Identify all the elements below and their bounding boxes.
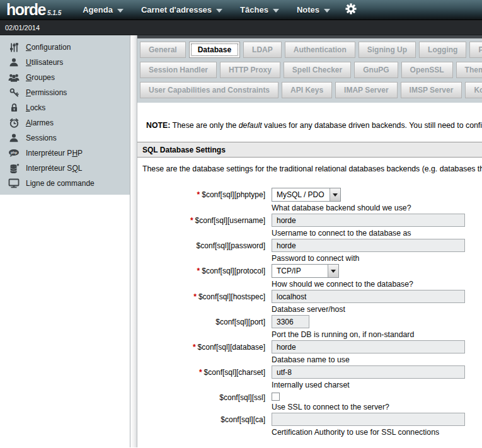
tab-api-keys[interactable]: API Keys bbox=[282, 82, 332, 98]
tab-signing-up[interactable]: Signing Up bbox=[359, 42, 416, 58]
config-content-pane: GeneralDatabaseLDAPAuthenticationSigning… bbox=[137, 35, 482, 447]
chevron-down-icon bbox=[330, 188, 340, 201]
field-label-sql-database: *$conf[sql][database] bbox=[137, 340, 265, 364]
sidebar-item-permissions[interactable]: Permissions bbox=[0, 85, 130, 100]
required-asterisk: * bbox=[197, 267, 200, 275]
top-navigation-bar: horde 5.1.5 AgendaCarnet d'adressesTâche… bbox=[0, 0, 482, 20]
sidebar-item-groupes[interactable]: Groupes bbox=[0, 70, 130, 85]
horde-logo[interactable]: horde 5.1.5 bbox=[6, 1, 61, 19]
field-row-sql-ca: $conf[sql][ca]Certification Authority to… bbox=[137, 413, 482, 437]
user-icon bbox=[7, 57, 21, 67]
field-label-sql-password: $conf[sql][password] bbox=[137, 239, 265, 263]
section-header-sql-database-settings: SQL Database Settings bbox=[137, 142, 482, 158]
user-icon bbox=[7, 133, 21, 143]
sidebar-item-configuration[interactable]: Configuration bbox=[0, 40, 130, 55]
menu-label: Carnet d'adresses bbox=[141, 5, 212, 14]
tab-logging[interactable]: Logging bbox=[419, 42, 466, 58]
menu-taches[interactable]: Tâches bbox=[240, 5, 279, 14]
menu-label: Agenda bbox=[83, 5, 113, 14]
tab-preferences[interactable]: Preferences bbox=[469, 42, 482, 58]
tab-ldap[interactable]: LDAP bbox=[243, 42, 282, 58]
sidebar-item-label: Alarmes bbox=[26, 118, 54, 127]
sidebar-item-interpreteur-sql[interactable]: +Interpréteur SQL bbox=[0, 161, 130, 176]
sidebar-item-label: Interpréteur SQL bbox=[26, 164, 82, 173]
tab-authentication[interactable]: Authentication bbox=[285, 42, 355, 58]
field-help-sql-ssl: Use SSL to connect to the server? bbox=[272, 403, 389, 411]
sql-phptype-select[interactable]: MySQL / PDO bbox=[272, 188, 341, 202]
tab-database[interactable]: Database bbox=[189, 42, 240, 58]
content-scrollbar[interactable] bbox=[130, 35, 137, 447]
field-help-sql-phptype: What database backend should we use? bbox=[272, 204, 411, 212]
field-row-sql-username: *$conf[sql][username]Username to connect… bbox=[137, 214, 482, 238]
note-bold-prefix: NOTE: bbox=[146, 121, 170, 130]
tab-openssl[interactable]: OpenSSL bbox=[401, 62, 453, 78]
menu-agenda[interactable]: Agenda bbox=[83, 5, 123, 14]
sidebar-item-sessions[interactable]: Sessions bbox=[0, 130, 130, 146]
field-help-sql-charset: Internally used charset bbox=[272, 381, 465, 389]
sidebar-item-label: Permissions bbox=[26, 88, 67, 97]
tab-spell-checker[interactable]: Spell Checker bbox=[284, 62, 351, 78]
sql-port-input[interactable] bbox=[272, 315, 309, 328]
field-row-sql-charset: *$conf[sql][charset]Internally used char… bbox=[137, 365, 482, 389]
sidebar-item-locks[interactable]: Locks bbox=[0, 100, 130, 115]
logo-text: horde bbox=[6, 1, 45, 19]
field-row-sql-port: $conf[sql][port]Port the DB is running o… bbox=[137, 315, 482, 339]
main-menu: AgendaCarnet d'adressesTâchesNotes bbox=[83, 5, 330, 14]
sidebar-item-label: Ligne de commande bbox=[26, 179, 95, 188]
field-control-sql-protocol: TCP/IPHow should we connect to the datab… bbox=[272, 264, 413, 289]
tab-general[interactable]: General bbox=[140, 42, 186, 58]
required-asterisk: * bbox=[193, 292, 197, 301]
tab-session-handler[interactable]: Session Handler bbox=[140, 62, 217, 78]
sql-hostspec-input[interactable] bbox=[272, 290, 465, 303]
field-row-sql-phptype: *$conf[sql][phptype]MySQL / PDOWhat data… bbox=[137, 188, 482, 212]
field-help-sql-username: Username to connect to the database as bbox=[272, 229, 465, 238]
sidebar-item-label: Configuration bbox=[26, 43, 71, 52]
tab-user-capabilities[interactable]: User Capabilities and Constraints bbox=[140, 82, 278, 98]
required-asterisk: * bbox=[190, 216, 193, 225]
menu-label: Tâches bbox=[240, 5, 268, 14]
sql-ssl-checkbox[interactable] bbox=[272, 393, 280, 401]
tab-imap-server[interactable]: IMAP Server bbox=[335, 82, 397, 98]
field-control-sql-ssl: Use SSL to connect to the server? bbox=[272, 391, 389, 411]
tab-http-proxy[interactable]: HTTP Proxy bbox=[220, 62, 280, 78]
field-label-sql-phptype: *$conf[sql][phptype] bbox=[137, 188, 265, 212]
gear-icon bbox=[345, 3, 357, 17]
sidebar-item-label: Locks bbox=[26, 103, 45, 112]
sliders-icon bbox=[7, 42, 21, 53]
tab-gnupg[interactable]: GnuPG bbox=[354, 62, 398, 78]
tab-kolab-server[interactable]: Kolab Serv bbox=[465, 82, 482, 98]
sql-database-input[interactable] bbox=[272, 340, 465, 353]
tab-themes[interactable]: Themes bbox=[456, 62, 482, 78]
sidebar-item-label: Groupes bbox=[26, 73, 55, 82]
sidebar-item-interpreteur-php[interactable]: phpInterpréteur PHP bbox=[0, 146, 130, 161]
sidebar-item-ligne-de-commande[interactable]: Ligne de commande bbox=[0, 176, 130, 191]
svg-text:php: php bbox=[11, 151, 18, 154]
menu-label: Notes bbox=[297, 5, 319, 14]
selected-value: TCP/IP bbox=[277, 267, 328, 275]
sql-charset-input[interactable] bbox=[272, 365, 465, 379]
sql-username-input[interactable] bbox=[272, 214, 465, 227]
section-description: These are the database settings for the … bbox=[142, 164, 482, 173]
sql-protocol-select[interactable]: TCP/IP bbox=[272, 264, 339, 278]
field-control-sql-ca: Certification Authority to use for SSL c… bbox=[272, 413, 465, 437]
sidebar-item-utilisateurs[interactable]: Utilisateurs bbox=[0, 55, 130, 70]
menu-notes[interactable]: Notes bbox=[297, 5, 330, 14]
sidebar-item-alarmes[interactable]: Alarmes bbox=[0, 115, 130, 130]
chevron-down-icon bbox=[216, 9, 222, 13]
menu-carnet-d-adresses[interactable]: Carnet d'adresses bbox=[141, 5, 222, 14]
field-row-sql-database: *$conf[sql][database]Database name to us… bbox=[137, 340, 482, 364]
field-row-sql-ssl: $conf[sql][ssl]Use SSL to connect to the… bbox=[137, 391, 482, 411]
field-control-sql-database: Database name to use bbox=[272, 340, 465, 364]
field-control-sql-password: Password to connect with bbox=[272, 239, 465, 263]
group-icon bbox=[7, 73, 21, 83]
field-label-sql-username: *$conf[sql][username] bbox=[137, 214, 265, 238]
sidebar-item-label: Utilisateurs bbox=[26, 58, 63, 67]
sql-password-input[interactable] bbox=[272, 239, 465, 252]
field-label-sql-ca: $conf[sql][ca] bbox=[137, 413, 265, 437]
sidebar-item-label: Interpréteur PHP bbox=[26, 149, 83, 158]
tab-imsp-server[interactable]: IMSP Server bbox=[401, 82, 462, 98]
php-icon: php bbox=[7, 149, 21, 158]
required-asterisk: * bbox=[197, 190, 200, 199]
sql-ca-input[interactable] bbox=[272, 413, 465, 426]
settings-gear-button[interactable] bbox=[345, 3, 357, 17]
